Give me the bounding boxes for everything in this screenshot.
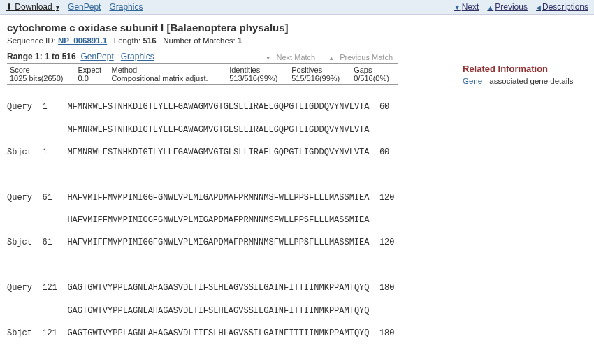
stats-table: Score Expect Method Identities Positives… <box>7 65 398 85</box>
download-button[interactable]: ⬇ Download ▾ <box>6 2 59 12</box>
aln-line: Query 121 GAGTGWTVYPPLAGNLAHAGASVDLTIFSL… <box>7 282 456 293</box>
expect-header: Expect <box>75 65 108 74</box>
aln-line: Query 61 HAFVMIFFMVMPIMIGGFGNWLVPLMIGAPD… <box>7 192 456 203</box>
related-info-panel: Related Information Gene - associated ge… <box>463 15 594 364</box>
method-header: Method <box>109 65 227 74</box>
next-link[interactable]: ▼Next <box>454 2 479 12</box>
prev-match-link: ▲Previous Match <box>326 53 396 61</box>
method-value: Compositional matrix adjust. <box>109 74 227 85</box>
genpept-link[interactable]: GenPept <box>68 2 101 12</box>
triangle-down-icon: ▼ <box>266 55 271 61</box>
score-value: 1025 bits(2650) <box>7 74 75 85</box>
positives-value: 515/516(99%) <box>289 74 351 85</box>
aln-line: Query 1 MFMNRWLFSTNHKDIGTLYLLFGAWAGMVGTG… <box>7 101 456 112</box>
triangle-left-icon: ◀ <box>536 4 541 11</box>
triangle-up-icon: ▲ <box>328 55 334 61</box>
positives-header: Positives <box>289 65 351 74</box>
range-header: Range 1: 1 to 516 GenPept Graphics ▼Next… <box>7 52 398 64</box>
identities-value: 513/516(99%) <box>226 74 289 85</box>
hit-title: cytochrome c oxidase subunit I [Balaenop… <box>7 22 456 34</box>
identities-header: Identities <box>226 65 289 74</box>
aln-line: MFMNRWLFSTNHKDIGTLYLLFGAWAGMVGTGLSLLIRAE… <box>7 124 456 136</box>
length-label: Length: <box>114 36 140 45</box>
aln-line: Sbjct 61 HAFVMIFFMVMPIMIGGFGNWLVPLMIGAPD… <box>7 237 456 248</box>
range-graphics-link[interactable]: Graphics <box>121 52 154 61</box>
seqid-link[interactable]: NP_006891.1 <box>58 36 107 45</box>
aln-line: HAFVMIFFMVMPIMIGGFGNWLVPLMIGAPDMAFPRMNNM… <box>7 214 456 226</box>
download-icon: ⬇ <box>6 2 13 12</box>
matches-value: 1 <box>238 36 242 45</box>
triangle-up-icon: ▲ <box>487 4 493 11</box>
gaps-value: 0/516(0%) <box>351 74 398 85</box>
aln-line: Sbjct 1 MFMNRWLFSTNHKDIGTLYLLFGAWAGMVGTG… <box>7 147 456 158</box>
gene-desc: - associated gene details <box>482 77 573 85</box>
top-toolbar: ⬇ Download ▾ GenPept Graphics ▼Next ▲Pre… <box>0 0 594 15</box>
result-content: cytochrome c oxidase subunit I [Balaenop… <box>0 15 463 364</box>
chevron-down-icon: ▾ <box>56 3 59 11</box>
expect-value: 0.0 <box>75 74 108 85</box>
gaps-header: Gaps <box>351 65 398 74</box>
graphics-link[interactable]: Graphics <box>109 2 143 12</box>
matches-label: Number of Matches: <box>163 36 236 45</box>
aln-line: GAGTGWTVYPPLAGNLAHAGASVDLTIFSLHLAGVSSILG… <box>7 305 456 316</box>
range-label: Range 1: 1 to 516 <box>7 52 76 61</box>
gene-link[interactable]: Gene <box>463 77 482 85</box>
hit-meta: Sequence ID: NP_006891.1 Length: 516 Num… <box>7 36 456 45</box>
previous-link[interactable]: ▲Previous <box>487 2 528 12</box>
triangle-down-icon: ▼ <box>454 4 461 11</box>
alignment-block: Query 1 MFMNRWLFSTNHKDIGTLYLLFGAWAGMVGTG… <box>7 90 456 364</box>
range-genpept-link[interactable]: GenPept <box>80 52 113 61</box>
descriptions-link[interactable]: ◀Descriptions <box>536 2 588 12</box>
length-value: 516 <box>143 36 156 45</box>
related-info-title: Related Information <box>463 64 588 74</box>
next-match-link: ▼Next Match <box>263 53 319 61</box>
aln-line: Sbjct 121 GAGTGWTVYPPLAGNLAHAGASVDLTIFSL… <box>7 328 456 339</box>
match-navigation: ▼Next Match ▲Previous Match <box>260 53 398 61</box>
seqid-label: Sequence ID: <box>7 36 56 45</box>
score-header: Score <box>7 65 75 74</box>
